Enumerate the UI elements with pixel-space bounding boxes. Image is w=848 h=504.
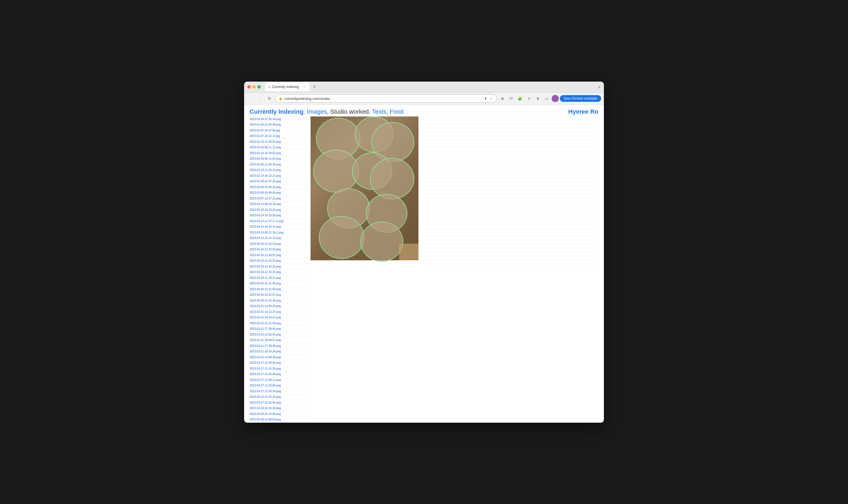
close-tab-button[interactable]: × bbox=[302, 85, 306, 89]
colon: : bbox=[303, 108, 307, 115]
file-item[interactable]: 2023-03-21-14.06.29.png bbox=[250, 303, 311, 309]
file-item[interactable]: 2023-03-27-12.25.44.png bbox=[250, 372, 311, 377]
file-item[interactable]: 2023-03-21-17.39.46.png bbox=[250, 343, 311, 349]
right-file-spacer bbox=[424, 248, 598, 252]
forward-button[interactable]: › bbox=[256, 95, 264, 102]
puzzle-button[interactable]: 🧩 bbox=[516, 95, 524, 102]
file-item[interactable]: 2023-03-20-15.42.34.png bbox=[250, 298, 311, 304]
file-item[interactable]: 2023-03-07-13.37.21.png bbox=[250, 196, 311, 202]
font-button[interactable]: f? bbox=[507, 95, 515, 102]
menu-button[interactable]: ≡ bbox=[525, 95, 533, 102]
address-bar[interactable]: 🔒 currentlyindexing.com/studio ⬆ ☆ bbox=[275, 94, 497, 103]
file-item[interactable]: 2023-02-23-11.29.12.png bbox=[250, 167, 311, 173]
file-item[interactable]: 2023-03-27-12.41.34.png bbox=[250, 366, 311, 372]
file-item[interactable]: 2023-03-27-12.26.56.png bbox=[250, 383, 311, 389]
right-file-spacer bbox=[424, 182, 598, 186]
secure-icon: 🔒 bbox=[279, 97, 283, 101]
download-button[interactable]: ⬇ bbox=[534, 95, 542, 102]
right-file-spacer bbox=[424, 260, 598, 264]
window-controls-right: ∨ bbox=[598, 85, 601, 89]
file-item[interactable]: 2023-03-20-15.31.46.png bbox=[250, 281, 311, 287]
tab-favicon-icon: h bbox=[268, 85, 270, 89]
file-item[interactable]: 2023-03-06-19.48.04.png bbox=[250, 190, 311, 196]
file-item[interactable]: 2023-03-22-14.30.23.png bbox=[250, 394, 311, 400]
oval-image bbox=[311, 116, 419, 260]
image-preview[interactable] bbox=[311, 116, 419, 260]
file-item[interactable]: 2023-03-27-12.25.50.png bbox=[250, 400, 311, 406]
file-item[interactable]: 2023-03-16-12.15.24.png bbox=[250, 241, 311, 247]
toolbar: ‹ › ↻ 🔒 currentlyindexing.com/studio ⬆ ☆… bbox=[244, 93, 604, 105]
file-item[interactable]: 2023-01-04-21.35.34.png bbox=[250, 116, 311, 122]
file-item[interactable]: 2023-02-23-11.29.03.png bbox=[250, 139, 311, 145]
maximize-window-button[interactable] bbox=[258, 85, 261, 89]
chrome-update-button[interactable]: New Chrome available bbox=[560, 95, 601, 102]
file-item[interactable]: 2023-03-16-12.15.15.png bbox=[250, 269, 311, 275]
new-tab-button[interactable]: + bbox=[311, 83, 318, 91]
file-item[interactable]: 2023-03-21-17.39.40.png bbox=[250, 326, 311, 332]
file-item[interactable]: 2023-03-14-14.18.58.png bbox=[250, 213, 311, 218]
file-item[interactable]: 2023-02-26-00.11.02.png bbox=[250, 156, 311, 162]
right-file-spacer bbox=[424, 229, 598, 233]
active-tab[interactable]: h Currently Indexing × bbox=[265, 83, 310, 91]
refresh-button[interactable]: ↻ bbox=[266, 95, 273, 102]
file-item[interactable]: 2023-01-07-15.37.56.jpg bbox=[250, 128, 311, 133]
profile-button[interactable] bbox=[552, 95, 559, 102]
extensions-button[interactable]: ⊕ bbox=[498, 95, 506, 102]
file-item[interactable]: 2023-03-21-14.12.37.png bbox=[250, 309, 311, 315]
file-item[interactable]: 2023-03-13-00.04.28.png bbox=[250, 201, 311, 207]
nav-images-link[interactable]: Images bbox=[307, 108, 327, 115]
right-file-spacer bbox=[424, 144, 598, 147]
file-item[interactable]: 2023-03-21-18.24.24.png bbox=[250, 349, 311, 355]
file-item[interactable]: 2023-03-22-13.48.16.png bbox=[250, 355, 311, 360]
file-item[interactable]: 2023-03-21-18.08.07.png bbox=[250, 338, 311, 343]
file-item[interactable]: 2023-03-27-12.06.34.png bbox=[250, 389, 311, 394]
file-item[interactable]: 2023-03-22-12.05.53.png bbox=[250, 332, 311, 338]
nav-texts-link[interactable]: Texts bbox=[372, 108, 386, 115]
file-item[interactable]: 2023-03-04-15.00.33.png bbox=[250, 184, 311, 190]
file-item[interactable]: 2023-01-07-15.12.14.jpg bbox=[250, 133, 311, 139]
content-area: 2023-01-04-21.35.34.png2023-01-04-21.00.… bbox=[244, 116, 604, 423]
file-item[interactable]: 2023-03-20-15.31.54.png bbox=[250, 287, 311, 292]
reading-mode-button[interactable]: ▭ bbox=[543, 95, 550, 102]
file-item[interactable]: 2023-03-13-11.37.17-2.png bbox=[250, 218, 311, 224]
file-item[interactable]: 2023-03-16-12.15.22.png bbox=[250, 258, 311, 264]
file-item[interactable]: 2023-03-16-12.15.19.png bbox=[250, 264, 311, 270]
bookmark-icon[interactable]: ☆ bbox=[489, 96, 493, 101]
right-file-spacer bbox=[424, 213, 598, 217]
file-item[interactable]: 2023-03-22-12.21.53.png bbox=[250, 321, 311, 326]
file-item[interactable]: 2023-03-27-12.39.11.png bbox=[250, 377, 311, 383]
file-item[interactable]: 2023-02-14-15.23.17.png bbox=[250, 173, 311, 179]
minimize-window-button[interactable] bbox=[252, 85, 256, 89]
site-name[interactable]: Currently Indexing bbox=[250, 108, 303, 115]
file-item[interactable]: 2023-03-18-11.39.21.png bbox=[250, 275, 311, 281]
file-item[interactable]: 2023-02-26-00.11.12.png bbox=[250, 145, 311, 150]
right-file-spacer bbox=[424, 244, 598, 248]
file-item[interactable]: 2023-03-15-16.20.22.png bbox=[250, 207, 311, 213]
file-item[interactable]: 2023-03-29-22.14.00.png bbox=[250, 411, 311, 417]
file-item[interactable]: 2023-03-13-15.32.12.png bbox=[250, 235, 311, 241]
file-item[interactable]: 2023-02-14-16.38.52.png bbox=[250, 150, 311, 156]
file-item[interactable]: 2023-03-21-14.24.47.png bbox=[250, 315, 311, 321]
file-item[interactable]: 2023-03-16-12.10.53.png bbox=[250, 247, 311, 253]
toolbar-actions: ⊕ f? 🧩 ≡ ⬇ ▭ New Chrome available bbox=[498, 95, 601, 102]
tab-title-label: Currently Indexing bbox=[272, 85, 301, 89]
file-item[interactable]: 2023-03-20-15.42.57.png bbox=[250, 292, 311, 298]
file-item[interactable]: 2023-03-10-14.10.10.png bbox=[250, 224, 311, 230]
file-item[interactable]: 2023-03-16-13.40.07.png bbox=[250, 253, 311, 258]
file-item[interactable]: 2023-02-28-21.47.26.png bbox=[250, 179, 311, 184]
file-item[interactable]: 2023-03-13-09.12.19-2.png bbox=[250, 230, 311, 236]
file-item[interactable]: 2023-01-04-21.00.09.png bbox=[250, 122, 311, 128]
nav-food-link[interactable]: Food bbox=[390, 108, 404, 115]
file-item[interactable]: 2023-03-29-22.15.18.png bbox=[250, 406, 311, 411]
right-file-spacer bbox=[424, 198, 598, 202]
share-icon[interactable]: ⬆ bbox=[483, 96, 488, 101]
close-window-button[interactable] bbox=[247, 85, 251, 89]
right-file-spacer bbox=[424, 163, 598, 167]
right-file-spacer bbox=[424, 147, 598, 151]
window-dropdown-icon[interactable]: ∨ bbox=[598, 85, 601, 89]
file-item[interactable]: 2023-03-27-12.39.06.png bbox=[250, 360, 311, 366]
file-item[interactable]: 2023-02-25-12.50.33.png bbox=[250, 162, 311, 168]
nav-separator2: , bbox=[386, 108, 390, 115]
file-item[interactable]: 2023-03-28-14.58.53.png bbox=[250, 417, 311, 423]
back-button[interactable]: ‹ bbox=[247, 95, 254, 102]
